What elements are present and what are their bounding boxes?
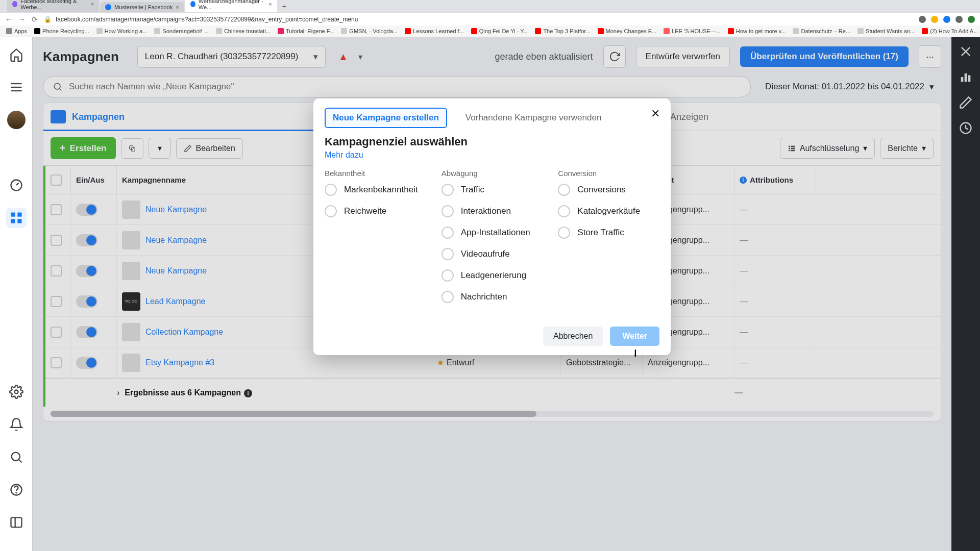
radio[interactable]: [442, 269, 454, 282]
svg-rect-4: [11, 213, 15, 217]
objective-option[interactable]: Videoaufrufe: [442, 248, 543, 260]
svg-line-10: [19, 460, 21, 462]
bell-icon[interactable]: [6, 414, 27, 435]
browser-tab[interactable]: Musterseite | Facebook×: [100, 2, 184, 12]
edit-icon[interactable]: [959, 95, 973, 110]
next-button[interactable]: Weiter: [610, 327, 659, 346]
objective-option[interactable]: Interaktionen: [442, 205, 543, 217]
bookmark[interactable]: How to get more v...: [728, 28, 786, 34]
bookmark[interactable]: Tutorial: Eigene F...: [278, 28, 334, 34]
close-icon[interactable]: ×: [91, 1, 94, 7]
col-conversion: Conversion Conversions Katalogverkäufe S…: [558, 169, 659, 312]
dialog-title: Kampagnenziel auswählen: [325, 135, 659, 148]
svg-rect-18: [965, 73, 967, 82]
bookmark[interactable]: Chinese translati...: [216, 28, 271, 34]
svg-point-12: [16, 492, 16, 493]
back-icon[interactable]: ←: [5, 15, 12, 23]
browser-chrome: Facebook Marketing & Werbe...× Mustersei…: [0, 0, 980, 37]
tab-existing-campaign[interactable]: Vorhandene Kampagne verwenden: [458, 109, 609, 127]
history-icon[interactable]: [959, 121, 973, 135]
help-icon[interactable]: [6, 480, 27, 500]
left-rail: [0, 37, 33, 551]
bookmark[interactable]: How Working a...: [96, 28, 148, 34]
bookmark[interactable]: Lessons Learned f...: [405, 28, 464, 34]
bookmark[interactable]: Money Changes E...: [598, 28, 657, 34]
bookmark[interactable]: Qing Fei De Yi - Y...: [471, 28, 528, 34]
objective-columns: Bekanntheit Markenbekanntheit Reichweite…: [325, 169, 659, 312]
gear-icon[interactable]: [6, 382, 27, 402]
browser-tab[interactable]: Werbeanzeigenmanager - We...×: [185, 0, 277, 12]
dialog-tabs: Neue Kampagne erstellen Vorhandene Kampa…: [325, 108, 659, 128]
new-tab-button[interactable]: +: [278, 0, 290, 12]
browser-tab[interactable]: Facebook Marketing & Werbe...×: [7, 0, 99, 12]
radio[interactable]: [325, 184, 337, 196]
objective-option[interactable]: Katalogverkäufe: [558, 205, 659, 217]
cancel-button[interactable]: Abbrechen: [543, 327, 603, 346]
objective-option[interactable]: Reichweite: [325, 205, 426, 217]
profile-icon[interactable]: [968, 16, 975, 23]
tab-new-campaign[interactable]: Neue Kampagne erstellen: [325, 108, 447, 128]
chart-icon[interactable]: [959, 70, 973, 84]
svg-rect-17: [961, 77, 964, 82]
bookmark[interactable]: Phone Recycling...: [34, 28, 89, 34]
modal-overlay[interactable]: ✕ Neue Kampagne erstellen Vorhandene Kam…: [33, 37, 951, 551]
close-icon[interactable]: ×: [268, 1, 272, 7]
address-bar-row: ← → ⟳ 🔒facebook.com/adsmanager/manage/ca…: [0, 12, 980, 26]
cursor-icon: ❙: [632, 348, 639, 357]
objective-option[interactable]: Markenbekanntheit: [325, 184, 426, 196]
radio[interactable]: [558, 205, 570, 217]
tab-strip: Facebook Marketing & Werbe...× Mustersei…: [0, 0, 980, 12]
menu-icon[interactable]: [6, 77, 27, 97]
bookmark[interactable]: Sonderangebot! ...: [154, 28, 209, 34]
svg-rect-13: [11, 518, 21, 528]
avatar[interactable]: [6, 110, 27, 130]
grid-icon[interactable]: [6, 208, 27, 228]
radio[interactable]: [325, 205, 337, 217]
svg-rect-19: [968, 76, 971, 82]
close-icon[interactable]: ×: [176, 4, 179, 10]
bookmark[interactable]: Datenschutz – Re...: [793, 28, 850, 34]
bookmark[interactable]: The Top 3 Platfor...: [535, 28, 590, 34]
collapse-icon[interactable]: [6, 512, 27, 533]
bookmark[interactable]: Student Wants an...: [857, 28, 915, 34]
objective-option[interactable]: App-Installationen: [442, 227, 543, 239]
create-campaign-dialog: ✕ Neue Kampagne erstellen Vorhandene Kam…: [313, 98, 671, 355]
svg-rect-6: [11, 219, 15, 223]
radio[interactable]: [442, 184, 454, 196]
bookmark[interactable]: (2) How To Add A...: [922, 28, 978, 34]
radio[interactable]: [558, 227, 570, 239]
star-icon[interactable]: [931, 16, 938, 23]
col-title: Bekanntheit: [325, 169, 426, 178]
radio[interactable]: [442, 291, 454, 303]
radio[interactable]: [442, 248, 454, 260]
col-title: Abwägung: [442, 169, 543, 178]
gauge-icon[interactable]: [6, 175, 27, 195]
bookmarks-bar: Apps Phone Recycling... How Working a...…: [0, 26, 980, 37]
zoom-icon[interactable]: [919, 16, 926, 23]
reload-icon[interactable]: ⟳: [32, 15, 38, 23]
svg-point-9: [11, 453, 19, 461]
close-button[interactable]: ✕: [647, 106, 664, 122]
objective-option[interactable]: Traffic: [442, 184, 543, 196]
right-rail: [951, 37, 980, 551]
radio[interactable]: [442, 227, 454, 239]
bookmark[interactable]: GMSN, - Vologda...: [341, 28, 398, 34]
svg-rect-5: [17, 213, 21, 217]
objective-option[interactable]: Leadgenerierung: [442, 269, 543, 282]
objective-option[interactable]: Store Traffic: [558, 227, 659, 239]
lock-icon: 🔒: [44, 16, 52, 23]
radio[interactable]: [558, 184, 570, 196]
search-icon[interactable]: [6, 447, 27, 467]
ext-icon[interactable]: [955, 16, 963, 23]
home-icon[interactable]: [6, 44, 27, 65]
objective-option[interactable]: Conversions: [558, 184, 659, 196]
bookmark[interactable]: LEE 'S HOUSE—...: [664, 28, 721, 34]
address-bar[interactable]: 🔒facebook.com/adsmanager/manage/campaign…: [44, 16, 913, 23]
objective-option[interactable]: Nachrichten: [442, 291, 543, 303]
close-panel-icon[interactable]: [959, 44, 973, 59]
learn-more-link[interactable]: Mehr dazu: [325, 151, 363, 160]
bookmark[interactable]: Apps: [6, 28, 27, 34]
fb-ext-icon[interactable]: [943, 16, 950, 23]
forward-icon[interactable]: →: [18, 15, 26, 23]
radio[interactable]: [442, 205, 454, 217]
